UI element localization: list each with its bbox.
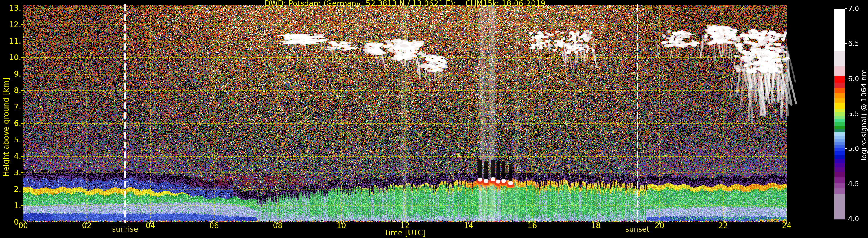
y-tick-label: 13. — [0, 4, 21, 12]
x-tick-label: 14 — [457, 221, 480, 230]
y-tick-label: 8. — [0, 86, 21, 95]
x-tick-label: 18 — [584, 221, 608, 230]
colorbar-band — [834, 163, 845, 168]
colorbar-band — [834, 109, 845, 112]
y-tick-label: 7. — [0, 103, 21, 111]
colorbar-tick-mark — [845, 148, 847, 149]
colorbar-band — [834, 88, 845, 93]
colorbar-band — [834, 66, 845, 76]
colorbar-tick-mark — [845, 8, 847, 9]
x-tick-label: 06 — [203, 221, 226, 230]
colorbar-band — [834, 147, 845, 151]
colorbar-band — [834, 145, 845, 148]
colorbar-band — [834, 139, 845, 142]
colorbar-band — [834, 167, 845, 172]
colorbar-band — [834, 119, 845, 123]
colorbar-band — [834, 76, 845, 83]
y-tick-label: 2. — [0, 185, 21, 194]
y-tick-label: 9. — [0, 70, 21, 78]
colorbar-tick-mark — [845, 219, 847, 219]
colorbar-tick-label: 5.0 — [848, 145, 868, 153]
x-tick-label: 24 — [775, 221, 798, 230]
colorbar-band — [834, 155, 845, 159]
colorbar-band — [834, 151, 845, 155]
colorbar-band — [834, 93, 845, 98]
colorbar-band — [834, 194, 845, 219]
colorbar-band — [834, 82, 845, 89]
colorbar-band — [834, 126, 845, 130]
y-tick-label: 4. — [0, 152, 21, 161]
colorbar-band — [834, 183, 845, 188]
x-tick-label: 04 — [139, 221, 162, 230]
chart-title: DWD: Potsdam (Germany; 52.3813 N / 13.06… — [116, 0, 694, 8]
colorbar-tick-label: 4.5 — [848, 180, 868, 188]
colorbar-band — [834, 159, 845, 163]
colorbar-band — [834, 136, 845, 139]
colorbar-tick-mark — [845, 184, 847, 184]
y-tick-label: 11. — [0, 37, 21, 45]
colorbar-band — [834, 188, 845, 194]
y-tick-label: 12. — [0, 20, 21, 29]
colorbar-band — [834, 177, 845, 183]
colorbar-band — [834, 98, 845, 103]
ceilometer-quicklook: DWD: Potsdam (Germany; 52.3813 N / 13.06… — [0, 0, 868, 238]
colorbar-band — [834, 172, 845, 177]
colorbar-tick-label: 4.0 — [848, 215, 868, 223]
colorbar-tick-mark — [845, 43, 847, 44]
y-tick-label: 6. — [0, 119, 21, 128]
colorbar-band — [834, 9, 845, 51]
x-tick-label: 02 — [75, 221, 98, 230]
colorbar-tick-label: 7.0 — [848, 5, 868, 13]
colorbar-band — [834, 112, 845, 116]
x-tick-label: 10 — [330, 221, 353, 230]
y-tick-label: 0. — [0, 218, 21, 227]
y-tick-label: 10. — [0, 53, 21, 62]
y-tick-label: 3. — [0, 168, 21, 177]
colorbar-band — [834, 129, 845, 132]
colorbar-tick-mark — [845, 78, 847, 79]
colorbar-band — [834, 51, 845, 67]
colorbar-band — [834, 142, 845, 145]
x-tick-label: 08 — [266, 221, 289, 230]
y-tick-label: 5. — [0, 135, 21, 144]
colorbar-band — [834, 103, 845, 109]
colorbar-tick-mark — [845, 113, 847, 114]
x-tick-label: 20 — [648, 221, 671, 230]
colorbar-tick-label: 6.0 — [848, 75, 868, 83]
heatmap-canvas — [0, 0, 868, 238]
colorbar-band — [834, 123, 845, 126]
x-tick-label: 12 — [393, 221, 416, 230]
colorbar-tick-label: 6.5 — [848, 40, 868, 48]
y-tick-label: 1. — [0, 201, 21, 210]
colorbar-band — [834, 132, 845, 136]
x-tick-label: 22 — [712, 221, 735, 230]
x-tick-label: 16 — [521, 221, 544, 230]
colorbar-band — [834, 115, 845, 119]
colorbar — [834, 9, 845, 219]
colorbar-tick-label: 5.5 — [848, 110, 868, 118]
